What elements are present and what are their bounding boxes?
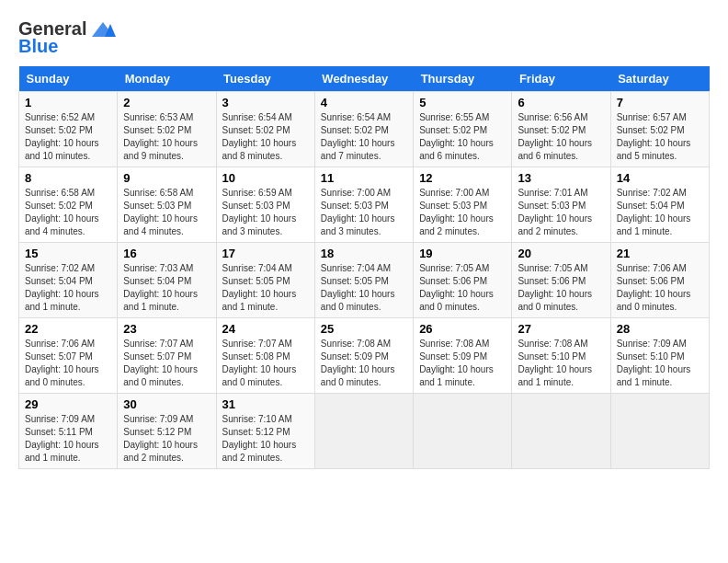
day-number: 9 (123, 171, 210, 185)
day-number: 23 (123, 322, 210, 336)
day-number: 19 (419, 247, 506, 260)
day-number: 24 (222, 322, 309, 336)
calendar-day-cell: 26 Sunrise: 7:08 AMSunset: 5:09 PMDaylig… (414, 318, 512, 394)
day-number: 6 (518, 96, 604, 109)
calendar-day-cell: 1 Sunrise: 6:52 AMSunset: 5:02 PMDayligh… (19, 92, 118, 167)
calendar-day-cell: 5 Sunrise: 6:55 AMSunset: 5:02 PMDayligh… (414, 92, 512, 167)
calendar-week-row: 1 Sunrise: 6:52 AMSunset: 5:02 PMDayligh… (19, 92, 710, 167)
calendar-day-cell: 21 Sunrise: 7:06 AMSunset: 5:06 PMDaylig… (610, 243, 709, 318)
calendar-day-cell: 27 Sunrise: 7:08 AMSunset: 5:10 PMDaylig… (512, 318, 610, 394)
day-number: 1 (25, 96, 111, 109)
day-number: 2 (123, 96, 210, 109)
calendar-day-cell: 24 Sunrise: 7:07 AMSunset: 5:08 PMDaylig… (216, 318, 314, 394)
calendar-day-cell: 18 Sunrise: 7:04 AMSunset: 5:05 PMDaylig… (314, 243, 413, 318)
calendar-day-cell (314, 394, 413, 469)
day-number: 20 (518, 247, 604, 260)
calendar-day-cell: 17 Sunrise: 7:04 AMSunset: 5:05 PMDaylig… (216, 243, 314, 318)
day-number: 5 (419, 96, 506, 109)
day-number: 18 (321, 247, 407, 260)
day-number: 27 (518, 322, 604, 336)
day-info: Sunrise: 7:05 AMSunset: 5:06 PMDaylight:… (518, 263, 592, 312)
day-info: Sunrise: 7:02 AMSunset: 5:04 PMDaylight:… (617, 188, 691, 236)
day-info: Sunrise: 6:56 AMSunset: 5:02 PMDaylight:… (518, 112, 592, 161)
day-number: 10 (222, 171, 309, 185)
day-info: Sunrise: 6:58 AMSunset: 5:03 PMDaylight:… (123, 188, 198, 236)
day-number: 28 (617, 322, 703, 336)
calendar-day-cell: 7 Sunrise: 6:57 AMSunset: 5:02 PMDayligh… (610, 92, 709, 167)
day-info: Sunrise: 6:59 AMSunset: 5:03 PMDaylight:… (222, 188, 297, 236)
logo-blue: Blue (18, 36, 58, 57)
day-info: Sunrise: 7:04 AMSunset: 5:05 PMDaylight:… (321, 263, 395, 312)
calendar-day-cell: 16 Sunrise: 7:03 AMSunset: 5:04 PMDaylig… (118, 243, 216, 318)
calendar-day-cell: 30 Sunrise: 7:09 AMSunset: 5:12 PMDaylig… (118, 394, 216, 469)
calendar-day-cell (414, 394, 512, 469)
day-info: Sunrise: 7:07 AMSunset: 5:08 PMDaylight:… (222, 339, 297, 387)
day-info: Sunrise: 7:09 AMSunset: 5:10 PMDaylight:… (617, 339, 691, 387)
calendar-day-cell (610, 394, 709, 469)
calendar-day-header: Sunday (19, 66, 118, 92)
day-info: Sunrise: 7:08 AMSunset: 5:10 PMDaylight:… (518, 339, 592, 387)
day-info: Sunrise: 7:00 AMSunset: 5:03 PMDaylight:… (321, 188, 395, 236)
day-info: Sunrise: 6:53 AMSunset: 5:02 PMDaylight:… (123, 112, 198, 161)
calendar-week-row: 15 Sunrise: 7:02 AMSunset: 5:04 PMDaylig… (19, 243, 710, 318)
calendar-day-cell: 13 Sunrise: 7:01 AMSunset: 5:03 PMDaylig… (512, 167, 610, 243)
day-number: 8 (25, 171, 111, 185)
day-number: 25 (321, 322, 407, 336)
calendar-day-header: Wednesday (314, 66, 413, 92)
day-info: Sunrise: 7:06 AMSunset: 5:06 PMDaylight:… (617, 263, 691, 312)
day-number: 7 (617, 96, 703, 109)
calendar-header-row: SundayMondayTuesdayWednesdayThursdayFrid… (19, 66, 710, 92)
day-number: 16 (123, 247, 210, 260)
day-number: 3 (222, 96, 309, 109)
calendar-week-row: 8 Sunrise: 6:58 AMSunset: 5:02 PMDayligh… (19, 167, 710, 243)
calendar-day-cell: 8 Sunrise: 6:58 AMSunset: 5:02 PMDayligh… (19, 167, 118, 243)
day-info: Sunrise: 7:03 AMSunset: 5:04 PMDaylight:… (123, 263, 198, 312)
calendar-day-cell: 10 Sunrise: 6:59 AMSunset: 5:03 PMDaylig… (216, 167, 314, 243)
calendar-table: SundayMondayTuesdayWednesdayThursdayFrid… (18, 66, 710, 469)
day-number: 15 (25, 247, 111, 260)
calendar-body: 1 Sunrise: 6:52 AMSunset: 5:02 PMDayligh… (19, 92, 710, 469)
day-info: Sunrise: 7:08 AMSunset: 5:09 PMDaylight:… (419, 339, 494, 387)
calendar-day-cell: 15 Sunrise: 7:02 AMSunset: 5:04 PMDaylig… (19, 243, 118, 318)
calendar-day-cell: 20 Sunrise: 7:05 AMSunset: 5:06 PMDaylig… (512, 243, 610, 318)
calendar-day-cell (512, 394, 610, 469)
day-number: 29 (25, 397, 111, 411)
day-info: Sunrise: 7:04 AMSunset: 5:05 PMDaylight:… (222, 263, 297, 312)
day-number: 4 (321, 96, 407, 109)
calendar-day-header: Thursday (414, 66, 512, 92)
calendar-day-cell: 6 Sunrise: 6:56 AMSunset: 5:02 PMDayligh… (512, 92, 610, 167)
calendar-week-row: 29 Sunrise: 7:09 AMSunset: 5:11 PMDaylig… (19, 394, 710, 469)
day-number: 22 (25, 322, 111, 336)
calendar-day-cell: 31 Sunrise: 7:10 AMSunset: 5:12 PMDaylig… (216, 394, 314, 469)
day-info: Sunrise: 6:58 AMSunset: 5:02 PMDaylight:… (25, 188, 99, 236)
day-number: 30 (123, 397, 210, 411)
day-info: Sunrise: 7:07 AMSunset: 5:07 PMDaylight:… (123, 339, 198, 387)
calendar-day-cell: 19 Sunrise: 7:05 AMSunset: 5:06 PMDaylig… (414, 243, 512, 318)
calendar-week-row: 22 Sunrise: 7:06 AMSunset: 5:07 PMDaylig… (19, 318, 710, 394)
day-number: 11 (321, 171, 407, 185)
calendar-day-cell: 22 Sunrise: 7:06 AMSunset: 5:07 PMDaylig… (19, 318, 118, 394)
calendar-day-header: Friday (512, 66, 610, 92)
day-info: Sunrise: 7:01 AMSunset: 5:03 PMDaylight:… (518, 188, 592, 236)
day-info: Sunrise: 6:54 AMSunset: 5:02 PMDaylight:… (321, 112, 395, 161)
calendar-day-cell: 25 Sunrise: 7:08 AMSunset: 5:09 PMDaylig… (314, 318, 413, 394)
calendar-day-header: Monday (118, 66, 216, 92)
calendar-day-header: Tuesday (216, 66, 314, 92)
calendar-day-cell: 11 Sunrise: 7:00 AMSunset: 5:03 PMDaylig… (314, 167, 413, 243)
calendar-day-cell: 14 Sunrise: 7:02 AMSunset: 5:04 PMDaylig… (610, 167, 709, 243)
calendar-day-cell: 4 Sunrise: 6:54 AMSunset: 5:02 PMDayligh… (314, 92, 413, 167)
day-info: Sunrise: 6:52 AMSunset: 5:02 PMDaylight:… (25, 112, 99, 161)
day-info: Sunrise: 7:00 AMSunset: 5:03 PMDaylight:… (419, 188, 494, 236)
day-info: Sunrise: 6:55 AMSunset: 5:02 PMDaylight:… (419, 112, 494, 161)
calendar-day-cell: 23 Sunrise: 7:07 AMSunset: 5:07 PMDaylig… (118, 318, 216, 394)
day-number: 31 (222, 397, 309, 411)
day-number: 26 (419, 322, 506, 336)
calendar-day-cell: 12 Sunrise: 7:00 AMSunset: 5:03 PMDaylig… (414, 167, 512, 243)
calendar-day-cell: 29 Sunrise: 7:09 AMSunset: 5:11 PMDaylig… (19, 394, 118, 469)
header: General Blue (18, 18, 710, 57)
day-info: Sunrise: 7:09 AMSunset: 5:11 PMDaylight:… (25, 414, 99, 463)
day-info: Sunrise: 7:09 AMSunset: 5:12 PMDaylight:… (123, 414, 198, 463)
day-info: Sunrise: 7:02 AMSunset: 5:04 PMDaylight:… (25, 263, 99, 312)
day-number: 17 (222, 247, 309, 260)
day-number: 21 (617, 247, 703, 260)
